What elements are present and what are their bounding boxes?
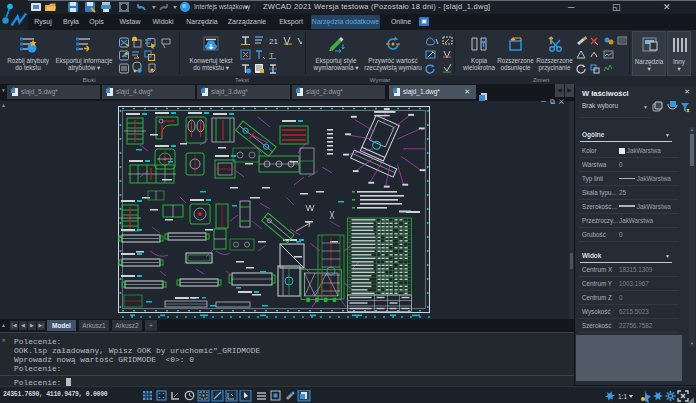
svg-text:1:1: 1:1: [618, 393, 627, 400]
svg-text:21: 21: [269, 37, 278, 46]
